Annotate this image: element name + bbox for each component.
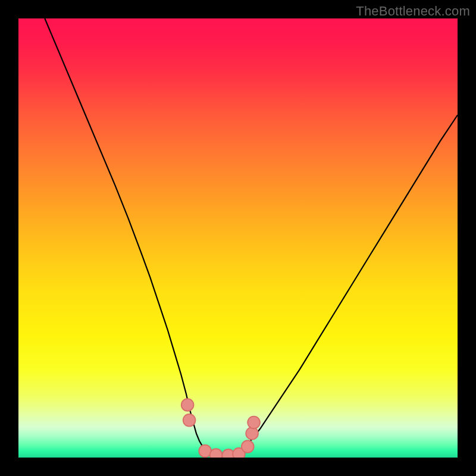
- data-point-marker: [242, 440, 254, 453]
- data-point-marker: [248, 416, 260, 429]
- chart-svg: [18, 18, 458, 458]
- plot-area: [18, 18, 458, 458]
- curve-right-branch: [225, 115, 458, 456]
- watermark-text: TheBottleneck.com: [356, 4, 470, 19]
- data-point-marker: [210, 449, 223, 458]
- data-point-marker: [246, 427, 258, 440]
- chart-frame: TheBottleneck.com: [0, 0, 476, 476]
- data-point-marker: [181, 399, 194, 411]
- curve-group: [45, 18, 458, 456]
- data-point-marker: [183, 414, 196, 427]
- marker-group: [181, 399, 260, 458]
- curve-left-branch: [45, 18, 225, 456]
